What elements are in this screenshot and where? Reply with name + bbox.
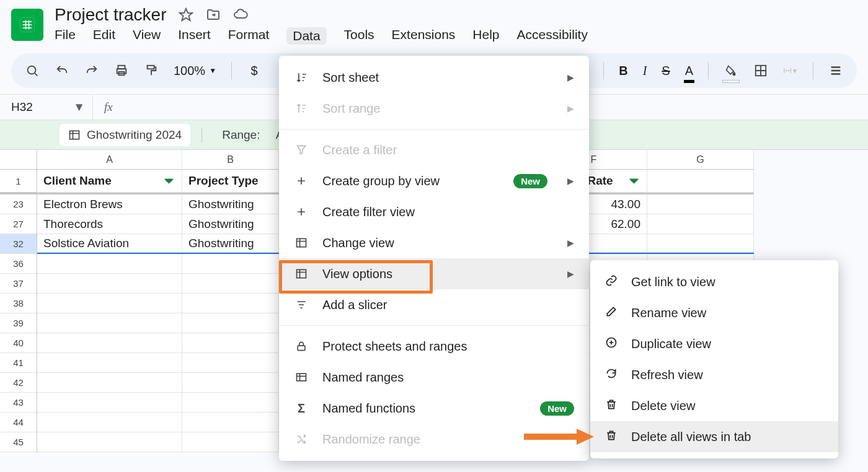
menu-sort-range: Sort range▶ xyxy=(279,93,589,124)
row-header-38[interactable]: 38 xyxy=(0,294,37,313)
fill-color-button[interactable] xyxy=(724,63,738,78)
cell-reference-box[interactable]: H32▼ xyxy=(0,95,93,120)
menu-sort-sheet[interactable]: Sort sheet▶ xyxy=(279,62,589,93)
table-view-icon xyxy=(68,129,81,141)
plus-icon xyxy=(294,173,309,188)
menu-change-view[interactable]: Change view▶ xyxy=(279,227,589,258)
menu-view[interactable]: View xyxy=(133,27,161,45)
submenu-delete-view[interactable]: Delete view xyxy=(590,390,838,421)
submenu-delete-all-views[interactable]: Delete all views in tab xyxy=(590,421,838,452)
row-header-23[interactable]: 23 xyxy=(0,194,37,214)
row-header-27[interactable]: 27 xyxy=(0,214,37,234)
menu-tools[interactable]: Tools xyxy=(344,27,374,45)
submenu-get-link[interactable]: Get link to view xyxy=(590,266,838,297)
italic-button[interactable]: I xyxy=(643,64,647,78)
sheets-logo[interactable] xyxy=(11,9,43,41)
row-header-36[interactable]: 36 xyxy=(0,254,37,274)
filter-icon[interactable]: ⏷ xyxy=(629,174,640,188)
row-header-45[interactable]: 45 xyxy=(0,432,37,452)
trash-icon xyxy=(605,398,618,414)
slicer-icon xyxy=(294,297,309,312)
doc-title[interactable]: Project tracker xyxy=(55,5,167,25)
bold-button[interactable]: B xyxy=(619,64,627,78)
new-badge: New xyxy=(513,174,547,188)
menu-randomize-range: Randomize range xyxy=(279,424,589,455)
move-folder-icon[interactable] xyxy=(205,7,221,23)
undo-icon[interactable] xyxy=(55,63,69,78)
row-header-44[interactable]: 44 xyxy=(0,413,37,432)
row-header-42[interactable]: 42 xyxy=(0,373,37,393)
fx-icon: fx xyxy=(104,100,113,114)
currency-icon[interactable]: $ xyxy=(247,63,262,78)
menu-create-group-view[interactable]: Create group by view New ▶ xyxy=(279,165,589,196)
row-header-39[interactable]: 39 xyxy=(0,313,37,333)
submenu-rename-view[interactable]: Rename view xyxy=(590,297,838,328)
menu-accessibility[interactable]: Accessibility xyxy=(517,27,588,45)
menu-data[interactable]: Data xyxy=(286,27,326,45)
svg-rect-13 xyxy=(297,374,306,381)
filter-icon[interactable]: ⏷ xyxy=(164,174,175,188)
col-header-a[interactable]: A xyxy=(37,150,182,170)
menu-format[interactable]: Format xyxy=(228,27,270,45)
submenu-duplicate-view[interactable]: Duplicate view xyxy=(590,328,838,359)
svg-rect-11 xyxy=(297,269,306,278)
merge-cells-button[interactable]: ▼ xyxy=(783,63,798,78)
filter-view-name[interactable]: Ghostwriting 2024 xyxy=(60,124,190,146)
menu-create-filter: Create a filter xyxy=(279,134,589,165)
submenu-refresh-view[interactable]: Refresh view xyxy=(590,359,838,390)
header-project-type[interactable]: Project Type xyxy=(182,170,279,193)
plus-icon xyxy=(294,204,309,219)
cell[interactable]: Thorecords xyxy=(37,214,182,234)
sort-range-icon xyxy=(294,101,309,116)
menu-file[interactable]: File xyxy=(55,27,76,45)
row-header-32[interactable]: 32 xyxy=(0,234,37,254)
col-header-g[interactable]: G xyxy=(647,150,754,170)
svg-marker-2 xyxy=(180,9,192,20)
menu-insert[interactable]: Insert xyxy=(178,27,211,45)
duplicate-icon xyxy=(605,336,618,352)
cell[interactable]: Ghostwriting xyxy=(182,214,279,234)
menu-protect-sheets[interactable]: Protect sheets and ranges xyxy=(279,331,589,362)
sigma-icon: Σ xyxy=(294,401,309,416)
menu-named-ranges[interactable]: Named ranges xyxy=(279,362,589,393)
menu-view-options[interactable]: View options▶ xyxy=(279,258,589,289)
menu-add-slicer[interactable]: Add a slicer xyxy=(279,289,589,320)
search-icon[interactable] xyxy=(25,63,40,78)
cell[interactable]: Electron Brews xyxy=(37,194,182,214)
row-header-40[interactable]: 40 xyxy=(0,333,37,353)
table-view-icon xyxy=(294,266,309,281)
row-header-37[interactable]: 37 xyxy=(0,274,37,294)
lock-icon xyxy=(294,339,309,354)
menu-edit[interactable]: Edit xyxy=(93,27,115,45)
header-client-name[interactable]: Client Name⏷ xyxy=(37,170,182,193)
svg-rect-7 xyxy=(148,66,154,69)
borders-button[interactable] xyxy=(753,63,768,78)
star-icon[interactable] xyxy=(178,7,194,23)
named-ranges-icon xyxy=(294,370,309,385)
cloud-status-icon[interactable] xyxy=(232,7,249,23)
row-header-41[interactable]: 41 xyxy=(0,353,37,373)
align-button[interactable] xyxy=(828,63,843,78)
row-header-43[interactable]: 43 xyxy=(0,393,37,413)
text-color-button[interactable]: A xyxy=(685,64,693,78)
print-icon[interactable] xyxy=(114,63,129,78)
pencil-icon xyxy=(605,305,618,321)
col-header-b[interactable]: B xyxy=(182,150,279,170)
menu-extensions[interactable]: Extensions xyxy=(392,27,456,45)
cell[interactable]: Ghostwriting xyxy=(182,234,279,253)
row-headers: 1 23 27 32 36 37 38 39 40 41 42 43 44 45 xyxy=(0,170,37,452)
menu-help[interactable]: Help xyxy=(472,27,499,45)
svg-rect-10 xyxy=(297,238,306,247)
cell[interactable]: Ghostwriting xyxy=(182,194,279,214)
menu-create-filter-view[interactable]: Create filter view xyxy=(279,196,589,227)
select-all-corner[interactable] xyxy=(0,150,37,170)
strikethrough-button[interactable]: S xyxy=(662,64,670,78)
paint-format-icon[interactable] xyxy=(144,63,159,78)
refresh-icon xyxy=(605,367,618,383)
row-header-1[interactable]: 1 xyxy=(0,170,37,194)
zoom-select[interactable]: 100% ▼ xyxy=(174,64,216,78)
redo-icon[interactable] xyxy=(84,63,99,78)
shuffle-icon xyxy=(294,432,309,447)
cell[interactable]: Solstice Aviation xyxy=(37,234,182,253)
menu-named-functions[interactable]: Σ Named functions New xyxy=(279,393,589,424)
